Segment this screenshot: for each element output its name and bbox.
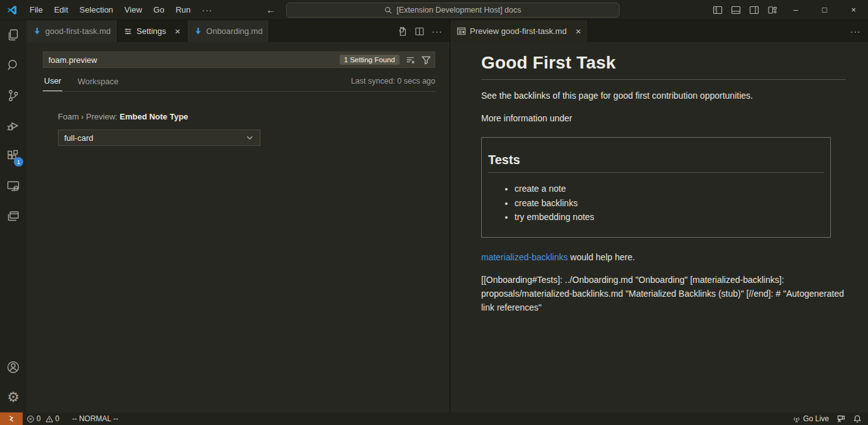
command-center-search[interactable]: [Extension Development Host] docs <box>286 3 620 18</box>
tab-bar-right: Preview good-first-task.md × ··· <box>450 20 868 42</box>
preview-title: Good First Task <box>481 53 846 80</box>
editor-group-preview: Preview good-first-task.md × ··· Good Fi… <box>450 20 868 412</box>
toggle-panel-icon[interactable] <box>726 0 745 20</box>
remote-indicator[interactable] <box>0 412 23 425</box>
tab-label: Settings <box>136 26 166 36</box>
search-icon[interactable] <box>0 50 26 80</box>
settings-search-input[interactable] <box>43 55 340 65</box>
command-center-label: [Extension Development Host] docs <box>396 6 521 14</box>
settings-gear-icon[interactable]: ⚙ <box>0 382 26 412</box>
markdown-preview: Good First Task See the backlinks of thi… <box>450 42 868 412</box>
materialized-backlinks-link[interactable]: materialized-backlinks <box>481 252 568 262</box>
setting-category: Foam › Preview: <box>58 112 120 121</box>
markdown-file-icon <box>33 27 42 36</box>
tab-label: Preview good-first-task.md <box>470 26 567 36</box>
search-icon <box>384 6 392 14</box>
tab-onboarding[interactable]: Onboarding.md <box>187 20 270 42</box>
editor-actions-right: ··· <box>848 20 868 42</box>
list-item: try embedding notes <box>515 210 824 224</box>
menu-go[interactable]: Go <box>148 0 170 20</box>
remote-explorer-icon[interactable] <box>0 171 26 201</box>
settings-search-box: 1 Setting Found <box>43 52 435 68</box>
menu-run[interactable]: Run <box>170 0 196 20</box>
last-synced-label: Last synced: 0 secs ago <box>351 77 435 91</box>
toggle-secondary-sidebar-icon[interactable] <box>745 0 763 20</box>
toggle-sidebar-icon[interactable] <box>708 0 726 20</box>
warning-count: 0 <box>55 414 60 423</box>
source-control-icon[interactable] <box>0 80 26 111</box>
chevron-down-icon <box>245 133 254 142</box>
problems-indicator[interactable]: 0 0 <box>23 412 63 425</box>
embedded-note-card: Tests create a note create backlinks try… <box>481 137 831 238</box>
editor-group-settings: good-first-task.md Settings × Onboardi <box>26 20 450 412</box>
preview-paragraph-1: See the backlinks of this page for good … <box>481 89 846 102</box>
window-actions: – □ × <box>708 0 868 20</box>
markdown-file-icon <box>194 27 203 36</box>
feedback-icon[interactable] <box>833 412 849 425</box>
list-item: create backlinks <box>515 196 824 211</box>
split-editor-icon[interactable] <box>412 24 427 39</box>
tab-label: Onboarding.md <box>206 26 263 36</box>
scope-tab-workspace[interactable]: Workspace <box>76 73 120 91</box>
minimize-button[interactable]: – <box>781 0 810 20</box>
setting-title: Foam › Preview: Embed Note Type <box>58 112 450 121</box>
filter-settings-icon[interactable] <box>419 53 433 67</box>
settings-found-badge: 1 Setting Found <box>340 55 399 65</box>
embed-note-type-select[interactable]: full-card <box>58 130 260 146</box>
customize-layout-icon[interactable] <box>763 0 781 20</box>
explorer-icon[interactable] <box>0 20 26 50</box>
preview-paragraph-2: More information under <box>481 111 846 125</box>
setting-item-embed-note-type: Foam › Preview: Embed Note Type full-car… <box>58 112 450 146</box>
error-count: 0 <box>36 414 41 423</box>
embedded-note-heading: Tests <box>488 153 824 173</box>
menu-file[interactable]: File <box>24 0 48 20</box>
menu-view[interactable]: View <box>119 0 148 20</box>
go-live-button[interactable]: Go Live <box>789 412 833 425</box>
close-tab-icon[interactable]: × <box>576 26 581 36</box>
settings-sliders-icon <box>124 27 133 36</box>
link-suffix-text: would help here. <box>568 252 635 262</box>
vscode-logo-icon <box>0 4 24 16</box>
menu-overflow[interactable]: ··· <box>196 0 218 20</box>
setting-name: Embed Note Type <box>120 112 188 121</box>
menu-edit[interactable]: Edit <box>48 0 74 20</box>
preview-paragraph-3: materialized-backlinks would help here. <box>481 250 846 264</box>
settings-editor: 1 Setting Found User Workspace Last sync… <box>26 42 450 412</box>
warning-icon <box>45 415 53 423</box>
status-bar: 0 0 -- NORMAL -- Go Live <box>0 412 868 425</box>
clear-filters-icon[interactable] <box>403 53 417 67</box>
close-tab-icon[interactable]: × <box>175 26 181 36</box>
error-icon <box>26 415 35 423</box>
close-button[interactable]: × <box>839 0 868 20</box>
extensions-badge: 1 <box>14 157 23 167</box>
title-bar: File Edit Selection View Go Run ··· ← → … <box>0 0 868 20</box>
list-item: create a note <box>515 182 824 196</box>
maximize-button[interactable]: □ <box>810 0 839 20</box>
go-back-icon[interactable]: ← <box>260 4 282 15</box>
link-references-text: [[Onboarding#Tests]: ../Onboarding.md "O… <box>481 273 846 314</box>
more-actions-icon[interactable]: ··· <box>430 24 445 39</box>
vim-mode-indicator[interactable]: -- NORMAL -- <box>68 412 122 425</box>
scope-tab-user[interactable]: User <box>43 72 62 91</box>
menu-bar: File Edit Selection View Go Run ··· <box>24 0 218 20</box>
extensions-icon[interactable]: 1 <box>0 141 26 171</box>
accounts-icon[interactable] <box>0 352 26 382</box>
run-debug-icon[interactable] <box>0 111 26 141</box>
tab-label: good-first-task.md <box>45 26 111 36</box>
editor-actions-left: ··· <box>394 20 450 42</box>
notifications-bell-icon[interactable] <box>849 412 868 425</box>
windows-icon[interactable] <box>0 201 26 231</box>
open-preview-icon <box>457 26 466 36</box>
select-value: full-card <box>64 133 93 143</box>
activity-bar: 1 ⚙ <box>0 20 26 412</box>
settings-scope-tabs: User Workspace Last synced: 0 secs ago <box>43 68 435 92</box>
menu-selection[interactable]: Selection <box>74 0 118 20</box>
broadcast-icon <box>793 415 801 423</box>
tab-good-first-task[interactable]: good-first-task.md <box>26 20 118 42</box>
tab-settings[interactable]: Settings × <box>118 20 187 42</box>
tab-preview-good-first-task[interactable]: Preview good-first-task.md × <box>450 20 588 42</box>
embedded-note-list: create a note create backlinks try embed… <box>488 182 824 224</box>
tab-bar-left: good-first-task.md Settings × Onboardi <box>26 20 450 42</box>
more-actions-icon[interactable]: ··· <box>848 24 863 39</box>
open-settings-json-icon[interactable] <box>394 24 409 39</box>
